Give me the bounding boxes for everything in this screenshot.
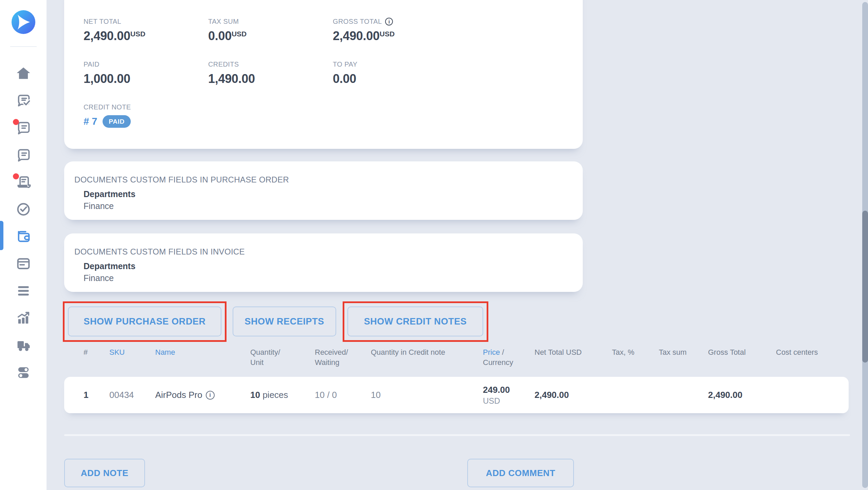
- add-comment-button[interactable]: ADD COMMENT: [467, 459, 574, 487]
- nav-menu-icon[interactable]: [0, 277, 47, 304]
- col-header-sku[interactable]: SKU: [109, 347, 155, 368]
- sidebar-nav: [0, 60, 47, 386]
- net-total-value: 2,490.00USD: [84, 29, 208, 43]
- invoice-summary-card: NET TOTAL 2,490.00USD TAX SUM 0.00USD GR…: [64, 0, 583, 149]
- row-qty-credit-note: 10: [371, 390, 483, 400]
- sidebar-divider: [10, 46, 37, 47]
- show-receipts-button[interactable]: SHOW RECEIPTS: [233, 307, 336, 336]
- add-note-button[interactable]: ADD NOTE: [64, 459, 145, 487]
- nav-reports-icon[interactable]: [0, 304, 47, 332]
- col-header-num: #: [84, 347, 109, 368]
- items-table-header: # SKU Name Quantity/Unit Received/Waitin…: [64, 347, 849, 368]
- col-header-price-currency: Price /Currency: [483, 347, 535, 368]
- departments-value: Finance: [84, 201, 114, 211]
- custom-fields-po-card: DOCUMENTS CUSTOM FIELDS IN PURCHASE ORDE…: [64, 161, 583, 220]
- annotation-red-box: [63, 301, 227, 342]
- custom-fields-invoice-card: DOCUMENTS CUSTOM FIELDS IN INVOICE Depar…: [64, 233, 583, 292]
- table-row: 1 00434 AirPods Pro i 10 pieces 10 / 0 1…: [64, 377, 849, 413]
- col-header-qty-credit-note: Quantity in Credit note: [371, 347, 483, 368]
- col-header-name[interactable]: Name: [155, 347, 250, 368]
- nav-approvals-icon[interactable]: [0, 196, 47, 223]
- gross-total-value: 2,490.00USD: [333, 29, 457, 43]
- nav-receipts-icon[interactable]: [0, 169, 47, 196]
- summary-row-credit-note: CREDIT NOTE # 7 PAID: [84, 103, 208, 128]
- departments-label: Departments: [84, 261, 135, 271]
- tax-sum-label: TAX SUM: [208, 18, 333, 25]
- departments-label: Departments: [84, 189, 135, 199]
- footer-divider: [64, 434, 850, 436]
- row-number: 1: [84, 390, 109, 400]
- col-header-net-total: Net Total USD: [535, 347, 612, 368]
- col-header-tax-pct: Tax, %: [612, 347, 659, 368]
- net-total-label: NET TOTAL: [84, 18, 208, 25]
- sidebar: [0, 0, 47, 490]
- col-header-quantity-unit: Quantity/Unit: [250, 347, 315, 368]
- nav-purchase-orders-icon[interactable]: [0, 87, 47, 114]
- col-header-received-waiting: Received/Waiting: [315, 347, 371, 368]
- nav-credit-card-icon[interactable]: [0, 250, 47, 277]
- nav-payments-wallet-icon[interactable]: [0, 223, 47, 250]
- credits-value: 1,490.00: [208, 72, 333, 86]
- gross-total-info-icon[interactable]: i: [385, 18, 393, 25]
- notification-dot: [13, 173, 19, 179]
- row-price: 249.00 USD: [483, 385, 535, 406]
- summary-row-totals: NET TOTAL 2,490.00USD TAX SUM 0.00USD GR…: [84, 18, 457, 43]
- row-product-name: AirPods Pro i: [155, 390, 250, 400]
- app-logo-icon[interactable]: [11, 10, 36, 35]
- row-received-waiting: 10 / 0: [315, 390, 371, 400]
- scrollbar-thumb[interactable]: [862, 211, 868, 363]
- col-header-gross-total: Gross Total: [708, 347, 776, 368]
- to-pay-label: TO PAY: [333, 60, 457, 68]
- departments-value: Finance: [84, 273, 114, 283]
- tax-sum-value: 0.00USD: [208, 29, 333, 43]
- to-pay-value: 0.00: [333, 72, 457, 86]
- nav-invoices-icon[interactable]: [0, 114, 47, 141]
- row-net-total: 2,490.00: [535, 390, 612, 400]
- notification-dot: [13, 119, 19, 125]
- row-quantity: 10 pieces: [250, 390, 315, 400]
- credit-note-status-badge: PAID: [103, 115, 130, 128]
- row-gross-total: 2,490.00: [708, 390, 776, 400]
- annotation-red-box: [343, 301, 488, 342]
- credit-note-link[interactable]: # 7: [84, 116, 97, 127]
- nav-home-icon[interactable]: [0, 60, 47, 87]
- paid-value: 1,000.00: [84, 72, 208, 86]
- custom-fields-po-title: DOCUMENTS CUSTOM FIELDS IN PURCHASE ORDE…: [74, 175, 289, 185]
- col-header-cost-centers: Cost centers: [776, 347, 835, 368]
- custom-fields-invoice-title: DOCUMENTS CUSTOM FIELDS IN INVOICE: [74, 247, 245, 257]
- price-sort-link[interactable]: Price: [483, 348, 500, 356]
- col-header-tax-sum: Tax sum: [659, 347, 708, 368]
- paid-label: PAID: [84, 60, 208, 68]
- credits-label: CREDITS: [208, 60, 333, 68]
- nav-settings-toggles-icon[interactable]: [0, 359, 47, 386]
- credit-note-label: CREDIT NOTE: [84, 103, 208, 111]
- nav-documents-icon[interactable]: [0, 141, 47, 169]
- gross-total-label: GROSS TOTAL i: [333, 18, 457, 25]
- product-info-icon[interactable]: i: [206, 391, 215, 400]
- row-sku: 00434: [109, 390, 155, 400]
- nav-suppliers-truck-icon[interactable]: [0, 332, 47, 359]
- summary-row-payments: PAID 1,000.00 CREDITS 1,490.00 TO PAY 0.…: [84, 60, 457, 86]
